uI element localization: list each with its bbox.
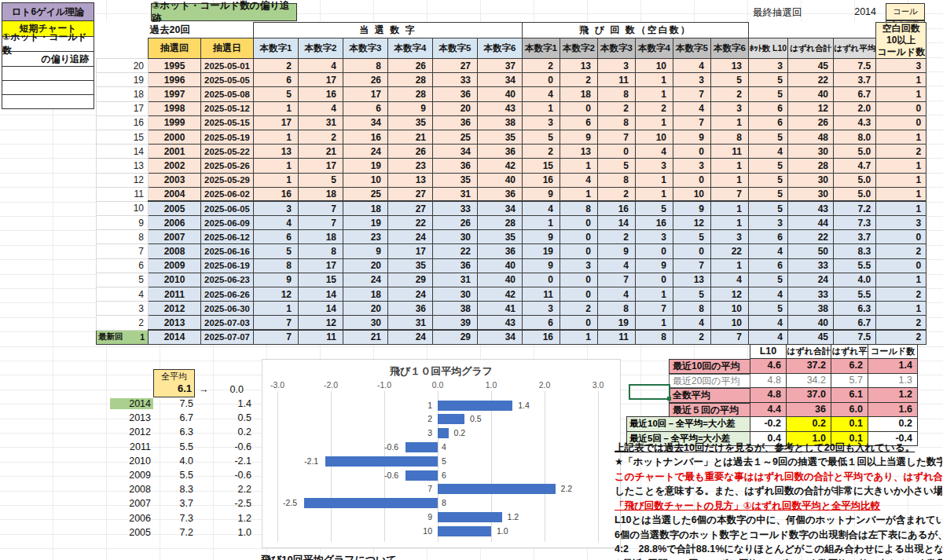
column-header-stat[interactable]: はずれ合計: [788, 38, 834, 59]
arrow-value[interactable]: 0.0: [212, 384, 244, 395]
round-cell[interactable]: 2004: [149, 187, 201, 201]
main-number-cell[interactable]: 9: [343, 244, 388, 258]
date-cell[interactable]: 2025-06-30: [201, 302, 254, 316]
miss-sum-cell[interactable]: 33: [788, 287, 834, 302]
miss-sum-cell[interactable]: 30: [788, 145, 834, 159]
miss-avg-cell[interactable]: 5.5: [834, 258, 876, 273]
row-number-cell[interactable]: 4: [97, 287, 149, 302]
year-cell[interactable]: 2005: [110, 527, 153, 538]
miss-avg-cell[interactable]: 8.0: [834, 130, 876, 144]
summary-value-cell[interactable]: 0.2: [786, 416, 831, 432]
main-number-cell[interactable]: 40: [478, 87, 523, 101]
skip-count-cell[interactable]: 1: [711, 258, 749, 273]
skip-count-cell[interactable]: 5: [673, 287, 711, 302]
round-cell[interactable]: 2011: [149, 287, 201, 302]
main-number-cell[interactable]: 5: [254, 244, 299, 258]
group-header-skip-counts[interactable]: 飛 び 回 数（空白数）: [523, 23, 749, 38]
cold-count-cell[interactable]: 2: [876, 287, 926, 302]
year-cell[interactable]: 2007: [110, 498, 153, 509]
skip-count-cell[interactable]: 19: [523, 244, 560, 258]
main-number-cell[interactable]: 29: [388, 273, 433, 287]
skip-count-cell[interactable]: 3: [673, 73, 711, 87]
main-number-cell[interactable]: 1: [254, 302, 299, 316]
main-number-cell[interactable]: 28: [388, 73, 433, 87]
summary-row-label[interactable]: 最近10回－全平均=大小差: [626, 416, 750, 432]
miss-sum-cell[interactable]: 22: [788, 230, 834, 244]
main-number-cell[interactable]: 35: [478, 230, 523, 244]
year-cell[interactable]: 2006: [110, 513, 153, 524]
year-cell[interactable]: 2010: [110, 456, 153, 467]
hot-l10-cell[interactable]: 4: [749, 244, 788, 258]
round-cell[interactable]: 1995: [149, 59, 201, 73]
main-number-cell[interactable]: 25: [343, 187, 388, 201]
date-cell[interactable]: 2025-05-19: [201, 130, 254, 144]
year-avg-cell[interactable]: 6.3: [154, 426, 193, 437]
skip-count-cell[interactable]: 1: [523, 216, 560, 230]
miss-sum-cell[interactable]: 12: [788, 101, 834, 115]
skip-count-cell[interactable]: 2: [711, 87, 749, 101]
skip-count-cell[interactable]: 0: [636, 273, 673, 287]
year-avg-cell[interactable]: 7.3: [154, 513, 193, 524]
main-number-cell[interactable]: 35: [388, 115, 433, 130]
skip-count-cell[interactable]: 9: [673, 130, 711, 144]
year-cell[interactable]: 2011: [110, 441, 153, 452]
round-cell[interactable]: 2013: [149, 316, 201, 330]
skip-count-cell[interactable]: 5: [598, 159, 636, 173]
skip-count-cell[interactable]: 3: [523, 302, 560, 316]
main-number-cell[interactable]: 43: [478, 316, 523, 330]
miss-avg-cell[interactable]: 6.7: [834, 87, 876, 101]
row-number-cell[interactable]: 6: [97, 258, 149, 273]
miss-sum-cell[interactable]: 43: [788, 201, 834, 215]
skip-count-cell[interactable]: 10: [636, 59, 673, 73]
skip-count-cell[interactable]: 2: [560, 73, 598, 87]
skip-count-cell[interactable]: 2: [523, 59, 560, 73]
round-cell[interactable]: 2010: [149, 273, 201, 287]
main-number-cell[interactable]: 24: [343, 145, 388, 159]
miss-sum-cell[interactable]: 22: [788, 73, 834, 87]
main-number-cell[interactable]: 19: [343, 216, 388, 230]
main-number-cell[interactable]: 17: [299, 258, 343, 273]
skip-count-cell[interactable]: 3: [598, 59, 636, 73]
summary-value-cell[interactable]: 1.6: [868, 402, 918, 418]
column-header-main-number[interactable]: 本数字4: [388, 38, 433, 59]
skip-count-cell[interactable]: 12: [711, 287, 749, 302]
main-number-cell[interactable]: 19: [343, 159, 388, 173]
column-header-stat[interactable]: はずれ平均: [834, 38, 876, 59]
main-number-cell[interactable]: 30: [343, 316, 388, 330]
date-cell[interactable]: 2025-05-05: [201, 73, 254, 87]
main-number-cell[interactable]: 22: [388, 216, 433, 230]
skip-count-cell[interactable]: 2: [598, 187, 636, 201]
row-number-cell[interactable]: 15: [97, 130, 149, 144]
hot-l10-cell[interactable]: 5: [749, 201, 788, 215]
main-number-cell[interactable]: 22: [433, 244, 478, 258]
main-number-cell[interactable]: 43: [478, 101, 523, 115]
main-number-cell[interactable]: 24: [343, 273, 388, 287]
cold-count-cell[interactable]: 3: [876, 59, 926, 73]
skip-count-cell[interactable]: 4: [598, 258, 636, 273]
skip-count-cell[interactable]: 0: [523, 273, 560, 287]
skip-count-cell[interactable]: 16: [636, 216, 673, 230]
skip-count-cell[interactable]: 3: [523, 115, 560, 130]
main-number-cell[interactable]: 35: [388, 258, 433, 273]
main-number-cell[interactable]: 28: [478, 216, 523, 230]
group-header-winning-numbers[interactable]: 当 選 数 字: [254, 23, 523, 38]
corner-cell[interactable]: コール: [886, 3, 925, 20]
date-cell[interactable]: 2025-06-19: [201, 258, 254, 273]
skip-count-cell[interactable]: 13: [560, 145, 598, 159]
main-number-cell[interactable]: 40: [478, 173, 523, 187]
skip-count-cell[interactable]: 9: [598, 244, 636, 258]
main-number-cell[interactable]: 24: [388, 287, 433, 302]
miss-sum-cell[interactable]: 24: [788, 273, 834, 287]
skip-count-cell[interactable]: 0: [673, 173, 711, 187]
year-avg-cell[interactable]: 5.5: [154, 470, 193, 481]
hot-l10-cell[interactable]: 4: [749, 145, 788, 159]
main-number-cell[interactable]: 6: [254, 73, 299, 87]
skip-count-cell[interactable]: 0: [673, 244, 711, 258]
miss-avg-cell[interactable]: 7.2: [834, 201, 876, 215]
main-number-cell[interactable]: 7: [254, 330, 299, 344]
miss-avg-cell[interactable]: 4.0: [834, 273, 876, 287]
main-number-cell[interactable]: 27: [388, 201, 433, 215]
skip-count-cell[interactable]: 1: [711, 173, 749, 187]
main-number-cell[interactable]: 27: [388, 187, 433, 201]
main-number-cell[interactable]: 37: [478, 59, 523, 73]
